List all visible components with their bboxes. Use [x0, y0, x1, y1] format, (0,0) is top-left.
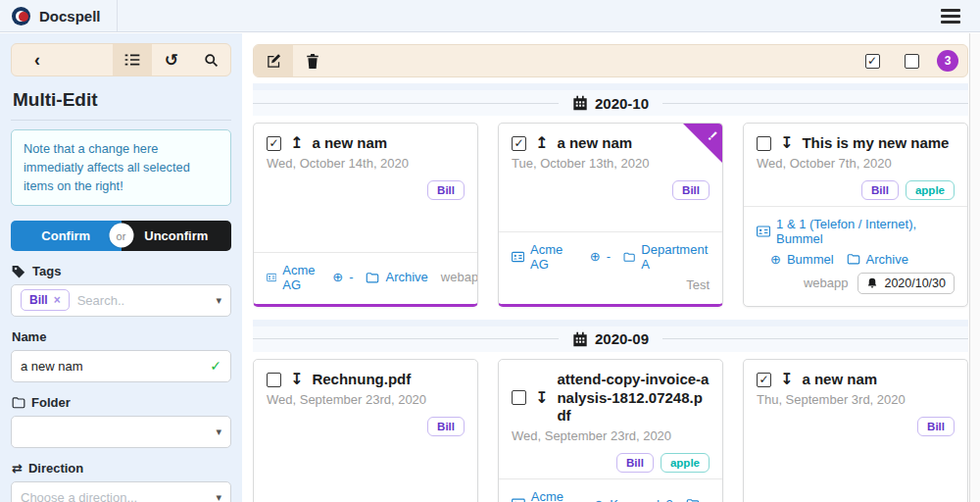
chevron-down-icon: ▾ — [216, 426, 221, 438]
folder-link: - — [686, 497, 710, 502]
view-list-button[interactable] — [113, 44, 152, 75]
concerning-link[interactable]: ⊕ Keywords3 — [593, 497, 672, 502]
item-card: a new nam Wed, October 14th, 2020 Bill A… — [253, 123, 478, 307]
item-date: Wed, September 23rd, 2020 — [267, 392, 465, 407]
confirm-toggle: Confirm Unconfirm or — [11, 221, 231, 251]
tasks-list-icon — [124, 53, 140, 67]
item-card: This is my new name Wed, October 7th, 20… — [743, 123, 968, 307]
item-source: webapp — [804, 276, 849, 290]
item-source: Test — [686, 277, 710, 292]
item-date: Wed, October 14th, 2020 — [267, 156, 465, 171]
due-date-badge: 2020/10/30 — [858, 273, 955, 294]
calendar-icon — [572, 331, 588, 347]
tags-icon — [12, 264, 26, 278]
undo-button[interactable]: ↺ — [152, 44, 191, 75]
chevron-down-icon: ▾ — [216, 294, 221, 307]
item-checkbox[interactable] — [512, 390, 526, 405]
correspondent-link[interactable]: Acme AG — [512, 242, 577, 272]
docspell-logo-icon — [12, 7, 30, 25]
tags-multiselect[interactable]: Bill × Search.. ▾ — [11, 284, 231, 317]
month-header-2020-10: 2020-10 — [253, 90, 968, 116]
unconfirm-button[interactable]: Unconfirm — [122, 221, 232, 251]
search-icon — [204, 53, 219, 68]
item-card: a new nam Thu, September 3rd, 2020 Bill … — [743, 359, 968, 502]
select-none-button[interactable] — [892, 45, 931, 76]
brand-link[interactable]: Docspell — [0, 0, 118, 31]
folder-link[interactable]: Archive — [847, 252, 908, 267]
calendar-icon — [572, 95, 588, 111]
item-title[interactable]: Rechnung.pdf — [312, 371, 411, 389]
bell-icon — [866, 277, 878, 289]
correspondent-link[interactable]: Acme AG — [512, 489, 580, 502]
items-toolbar: 3 — [253, 44, 968, 77]
item-checkbox[interactable] — [512, 136, 526, 151]
info-note: Note that a change here immediatly affec… — [11, 129, 231, 206]
item-checkbox[interactable] — [757, 136, 771, 151]
edit-selected-button[interactable] — [254, 45, 293, 76]
item-checkbox[interactable] — [267, 136, 281, 151]
item-checkbox[interactable] — [267, 373, 281, 387]
tags-label: Tags — [12, 264, 230, 278]
cards-row-2: Rechnung.pdf Wed, September 23rd, 2020 B… — [253, 359, 968, 502]
month-title: 2020-09 — [595, 330, 649, 347]
or-label: or — [109, 224, 133, 248]
direction-dropdown[interactable]: Choose a direction... ▾ — [11, 481, 231, 502]
valid-check-icon: ✓ — [210, 358, 221, 374]
scrollbar[interactable] — [969, 33, 980, 502]
tag-badge: apple — [661, 453, 710, 473]
direction-incoming-icon — [780, 135, 793, 151]
tag-badge: Bill — [672, 180, 710, 200]
direction-incoming-icon — [535, 390, 548, 406]
select-all-button[interactable] — [853, 45, 892, 76]
confirm-button[interactable]: Confirm — [11, 221, 122, 251]
item-title[interactable]: a new nam — [312, 134, 387, 153]
tag-badge: Bill — [917, 417, 955, 436]
folder-link[interactable]: Department A — [623, 242, 710, 272]
item-source: webapp — [441, 270, 478, 284]
direction-incoming-icon — [780, 372, 793, 387]
pencil-square-icon — [267, 54, 281, 69]
folder-label: Folder — [12, 395, 230, 410]
remove-tag-icon[interactable]: × — [54, 293, 61, 307]
item-title[interactable]: This is my new name — [802, 134, 949, 153]
direction-outgoing-icon — [535, 135, 548, 151]
tags-search-input[interactable]: Search.. — [77, 293, 209, 308]
square-icon — [905, 54, 919, 69]
chevron-down-icon: ▾ — [216, 491, 221, 502]
undo-icon: ↺ — [165, 50, 178, 70]
correspondent-link[interactable]: Acme AG — [267, 263, 319, 292]
search-button[interactable] — [191, 44, 230, 75]
direction-incoming-icon — [290, 372, 303, 387]
sidebar-toolbar: ‹ ↺ — [11, 43, 231, 76]
folder-link[interactable]: Archive — [366, 270, 427, 284]
concerning-link[interactable]: ⊕ Bummel — [770, 252, 834, 267]
multi-edit-sidebar: ‹ ↺ Multi-Edit Note that a change here — [0, 33, 242, 502]
items-panel: 3 2020-10 a new nam Wed, Oct — [253, 33, 968, 502]
hamburger-menu-icon[interactable] — [941, 6, 960, 26]
tag-badge: Bill — [427, 417, 465, 436]
concerning-link: ⊕ - — [332, 270, 353, 284]
item-checkbox[interactable] — [757, 373, 771, 387]
name-field-wrap: ✓ — [11, 350, 231, 382]
item-title[interactable]: a new nam — [557, 134, 632, 153]
month-title: 2020-10 — [595, 95, 649, 112]
check-square-icon — [865, 54, 880, 69]
correspondent-link[interactable]: 1 & 1 (Telefon / Internet), Bummel — [757, 217, 955, 246]
folder-dropdown[interactable]: ▾ — [11, 416, 231, 448]
item-title[interactable]: a new nam — [802, 371, 877, 389]
item-title[interactable]: attend-copy-invoice-analysis-1812.07248.… — [557, 371, 710, 426]
name-input[interactable] — [21, 359, 202, 374]
back-button[interactable]: ‹ — [12, 44, 63, 75]
item-card: ! a new nam Tue, October 13th, 2020 Bill… — [498, 123, 723, 307]
tag-badge: apple — [906, 180, 955, 200]
tag-badge: Bill — [861, 180, 899, 200]
concerning-link: ⊕ - — [590, 249, 611, 264]
page-title: Multi-Edit — [13, 89, 229, 111]
cards-row-1: a new nam Wed, October 14th, 2020 Bill A… — [253, 123, 968, 307]
delete-selected-button[interactable] — [293, 45, 332, 76]
selected-count-badge: 3 — [937, 50, 958, 72]
brand-name: Docspell — [39, 8, 101, 25]
app-header: Docspell — [0, 0, 980, 32]
exchange-icon: ⇄ — [12, 461, 23, 476]
month-header-2020-09: 2020-09 — [253, 326, 968, 352]
